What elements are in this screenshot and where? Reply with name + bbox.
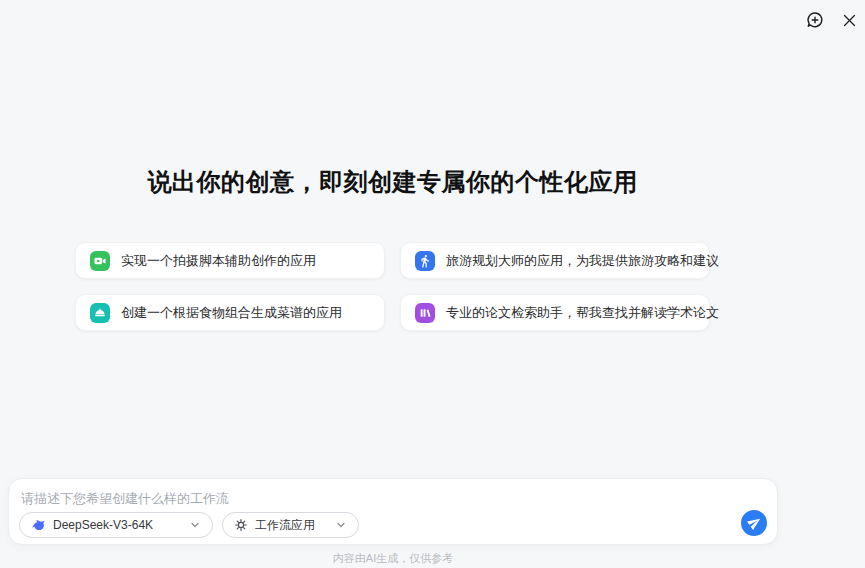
bubble-plus-icon bbox=[805, 10, 825, 30]
deepseek-whale-icon bbox=[31, 518, 46, 533]
suggestion-label: 旅游规划大师的应用，为我提供旅游攻略和建议 bbox=[446, 252, 719, 270]
suggestion-card-travel-planner[interactable]: 旅游规划大师的应用，为我提供旅游攻略和建议 bbox=[400, 242, 710, 279]
window-controls bbox=[803, 8, 861, 32]
chevron-down-icon bbox=[335, 519, 347, 531]
close-icon bbox=[841, 12, 858, 29]
paper-plane-icon bbox=[747, 516, 761, 530]
main-content: 说出你的创意，即刻创建专属你的个性化应用 实现一个拍摄脚本辅助创作的应用 bbox=[75, 166, 710, 331]
books-icon bbox=[415, 303, 435, 323]
app-type-selector-value: 工作流应用 bbox=[255, 517, 315, 534]
composer: DeepSeek-V3-64K 工作流应用 bbox=[8, 478, 778, 545]
send-button[interactable] bbox=[741, 510, 767, 536]
suggestion-label: 专业的论文检索助手，帮我查找并解读学术论文 bbox=[446, 304, 719, 322]
chevron-down-icon bbox=[189, 519, 201, 531]
gear-icon bbox=[234, 518, 248, 532]
suggestion-card-recipe-generator[interactable]: 创建一个根据食物组合生成菜谱的应用 bbox=[75, 294, 385, 331]
suggestion-card-paper-search[interactable]: 专业的论文检索助手，帮我查找并解读学术论文 bbox=[400, 294, 710, 331]
app-type-selector[interactable]: 工作流应用 bbox=[222, 512, 359, 538]
model-selector-value: DeepSeek-V3-64K bbox=[53, 518, 153, 532]
suggestion-label: 创建一个根据食物组合生成菜谱的应用 bbox=[121, 304, 342, 322]
model-selector[interactable]: DeepSeek-V3-64K bbox=[19, 512, 213, 538]
new-chat-button[interactable] bbox=[803, 8, 827, 32]
walking-person-icon bbox=[415, 251, 435, 271]
prompt-input[interactable] bbox=[21, 487, 621, 509]
suggestion-cards: 实现一个拍摄脚本辅助创作的应用 旅游规划大师的应用，为我提供旅游攻略和建议 bbox=[75, 242, 710, 331]
suggestion-card-video-script[interactable]: 实现一个拍摄脚本辅助创作的应用 bbox=[75, 242, 385, 279]
food-cloche-icon bbox=[90, 303, 110, 323]
ai-disclaimer: 内容由AI生成，仅供参考 bbox=[8, 551, 778, 566]
video-camera-icon bbox=[90, 251, 110, 271]
suggestion-label: 实现一个拍摄脚本辅助创作的应用 bbox=[121, 252, 316, 270]
close-button[interactable] bbox=[837, 8, 861, 32]
page-title: 说出你的创意，即刻创建专属你的个性化应用 bbox=[75, 166, 710, 198]
composer-options: DeepSeek-V3-64K 工作流应用 bbox=[19, 512, 359, 538]
